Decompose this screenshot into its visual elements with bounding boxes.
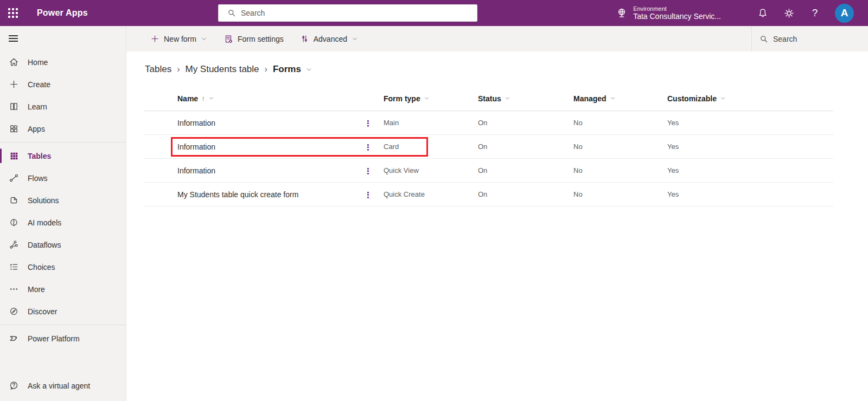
status-cell: On xyxy=(478,166,573,174)
sidebar-item-choices[interactable]: Choices xyxy=(0,256,126,278)
breadcrumb-current-forms[interactable]: Forms xyxy=(273,64,312,75)
book-icon xyxy=(9,101,19,112)
form-name-cell: Information ⋮ xyxy=(177,111,384,134)
environment-icon xyxy=(616,7,628,19)
customizable-cell: Yes xyxy=(667,143,833,151)
sidebar-item-solutions[interactable]: Solutions xyxy=(0,189,126,211)
sidebar-item-ai-models[interactable]: AI models xyxy=(0,211,126,234)
sidebar-item-more[interactable]: More xyxy=(0,278,126,300)
form-name: Information xyxy=(177,166,215,175)
form-name-cell: Information ⋮ xyxy=(177,135,384,158)
table-row-highlighted[interactable]: Information ⋮ Card On No Yes xyxy=(144,135,833,159)
home-icon xyxy=(9,57,19,67)
chat-question-icon xyxy=(9,380,19,391)
column-label: Status xyxy=(478,94,501,103)
status-cell: On xyxy=(478,190,573,198)
new-form-button[interactable]: New form xyxy=(145,31,213,47)
tables-icon xyxy=(9,151,19,161)
table-header-row: Name ↑ Form type Status Managed xyxy=(144,86,833,111)
environment-picker[interactable]: Environment Tata Consultancy Servic... xyxy=(616,5,721,21)
column-label: Customizable xyxy=(667,94,717,103)
collapse-sidebar-button[interactable] xyxy=(0,26,126,51)
waffle-menu-button[interactable] xyxy=(0,0,26,26)
chevron-down-icon xyxy=(352,36,358,42)
sidebar-item-ask-virtual-agent[interactable]: Ask a virtual agent xyxy=(0,374,126,397)
form-type-cell: Card xyxy=(384,143,478,151)
sidebar-item-label: Create xyxy=(28,80,50,89)
sort-ascending-icon: ↑ xyxy=(201,94,205,102)
table-search-button[interactable]: Search xyxy=(751,26,868,51)
header-right-cluster: Environment Tata Consultancy Servic... ?… xyxy=(616,0,868,26)
row-more-commands-icon[interactable]: ⋮ xyxy=(361,164,375,177)
chevron-down-icon xyxy=(610,95,616,101)
content-area: Tables › My Students table › Forms Name … xyxy=(126,51,868,401)
chevron-down-icon xyxy=(201,36,207,42)
plus-icon xyxy=(150,34,159,43)
search-icon xyxy=(227,9,236,17)
form-type-cell: Main xyxy=(384,119,478,127)
sidebar-item-label: AI models xyxy=(28,218,61,227)
flows-icon xyxy=(9,173,19,183)
sidebar-item-learn[interactable]: Learn xyxy=(0,95,126,118)
sidebar-item-discover[interactable]: Discover xyxy=(0,300,126,322)
bell-icon xyxy=(757,8,768,18)
sidebar-item-power-platform[interactable]: Power Platform xyxy=(0,327,126,350)
avatar[interactable]: A xyxy=(835,4,854,23)
sidebar-item-apps[interactable]: Apps xyxy=(0,118,126,140)
power-platform-icon xyxy=(9,333,19,344)
form-name-cell: Information ⋮ xyxy=(177,159,384,182)
column-header-managed[interactable]: Managed xyxy=(573,94,667,103)
column-header-name[interactable]: Name ↑ xyxy=(177,94,384,103)
sidebar-spacer xyxy=(0,350,126,374)
row-more-commands-icon[interactable]: ⋮ xyxy=(361,117,375,129)
form-name-cell: My Students table quick create form ⋮ xyxy=(177,183,384,206)
column-header-form-type[interactable]: Form type xyxy=(384,94,478,103)
table-row[interactable]: Information ⋮ Main On No Yes xyxy=(144,111,833,135)
status-cell: On xyxy=(478,143,573,151)
waffle-icon xyxy=(8,8,18,18)
row-more-commands-icon[interactable]: ⋮ xyxy=(361,188,375,200)
app-title: Power Apps xyxy=(37,8,88,18)
advanced-filter-icon xyxy=(300,34,309,43)
sidebar-item-tables[interactable]: Tables xyxy=(0,145,126,167)
breadcrumb-my-students-table[interactable]: My Students table xyxy=(185,64,259,75)
app-header: Power Apps Environment Tata Consultancy … xyxy=(0,0,868,26)
global-search-input[interactable] xyxy=(241,9,447,17)
sidebar-item-flows[interactable]: Flows xyxy=(0,167,126,189)
chevron-down-icon xyxy=(505,95,510,101)
table-search-label: Search xyxy=(773,35,797,43)
sidebar-divider xyxy=(0,325,126,325)
column-header-status[interactable]: Status xyxy=(478,94,573,103)
more-icon xyxy=(9,284,19,294)
sidebar-item-label: Dataflows xyxy=(28,241,61,249)
column-label: Form type xyxy=(384,94,420,103)
row-more-commands-icon[interactable]: ⋮ xyxy=(361,140,375,153)
table-row[interactable]: Information ⋮ Quick View On No Yes xyxy=(144,159,833,183)
help-icon: ? xyxy=(812,7,818,19)
advanced-button[interactable]: Advanced xyxy=(295,31,363,47)
chevron-down-icon xyxy=(305,66,312,73)
form-settings-button[interactable]: Form settings xyxy=(218,31,289,47)
sidebar-item-dataflows[interactable]: Dataflows xyxy=(0,234,126,256)
solutions-icon xyxy=(9,195,19,205)
status-cell: On xyxy=(478,119,573,127)
notifications-button[interactable] xyxy=(755,0,771,26)
sidebar-item-label: Home xyxy=(28,58,48,67)
breadcrumb-tables[interactable]: Tables xyxy=(145,64,171,75)
settings-button[interactable] xyxy=(781,0,797,26)
managed-cell: No xyxy=(573,166,667,174)
column-header-customizable[interactable]: Customizable xyxy=(667,94,833,103)
table-row[interactable]: My Students table quick create form ⋮ Qu… xyxy=(144,183,833,206)
sidebar-item-create[interactable]: Create xyxy=(0,73,126,95)
global-search-box[interactable] xyxy=(218,4,477,22)
environment-name: Tata Consultancy Servic... xyxy=(633,12,721,21)
sidebar-item-home[interactable]: Home xyxy=(0,51,126,73)
managed-cell: No xyxy=(573,119,667,127)
help-button[interactable]: ? xyxy=(807,0,823,26)
managed-cell: No xyxy=(573,143,667,151)
managed-cell: No xyxy=(573,190,667,198)
form-name: My Students table quick create form xyxy=(177,190,298,199)
breadcrumb: Tables › My Students table › Forms xyxy=(145,64,868,75)
chevron-down-icon xyxy=(208,95,214,101)
customizable-cell: Yes xyxy=(667,166,833,174)
